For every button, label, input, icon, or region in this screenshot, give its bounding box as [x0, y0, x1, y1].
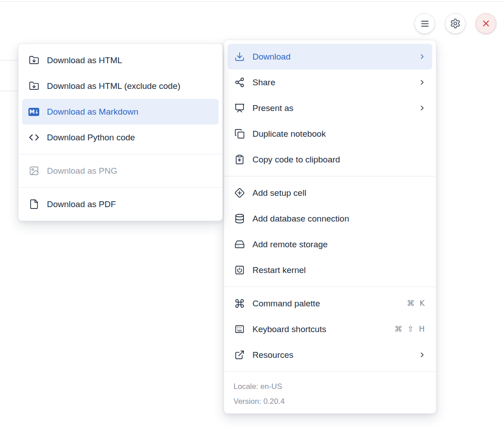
hamburger-icon	[419, 18, 431, 29]
menu-item-add-remote-storage[interactable]: Add remote storage	[228, 231, 432, 257]
menu-item-duplicate-notebook[interactable]: Duplicate notebook	[228, 121, 432, 147]
chevron-right-icon	[418, 351, 426, 359]
clipboard-copy-icon	[234, 154, 245, 165]
page-top-border	[0, 1, 504, 2]
menu-item-share[interactable]: Share	[228, 69, 432, 95]
menu-item-label: Resources	[252, 351, 411, 359]
menu-item-label: Download as PNG	[47, 166, 212, 175]
chevron-right-icon	[418, 104, 426, 112]
menu-item-download-as-png: Download as PNG	[22, 158, 219, 184]
menu-divider	[18, 187, 222, 188]
download-submenu: Download as HTMLDownload as HTML (exclud…	[18, 43, 223, 221]
menu-item-command-palette[interactable]: Command palette⌘ K	[228, 291, 432, 316]
menu-item-label: Download	[252, 52, 411, 61]
power-icon	[234, 265, 245, 276]
markdown-badge: M↓	[28, 108, 39, 116]
menu-item-label: Download as PDF	[47, 200, 212, 208]
presentation-icon	[234, 103, 245, 114]
locale-text: Locale: en-US	[234, 379, 426, 394]
folder-down-icon	[28, 55, 39, 66]
menu-item-label: Copy code to clipboard	[252, 155, 426, 164]
menu-item-add-setup-cell[interactable]: Add setup cell	[228, 180, 432, 206]
database-icon	[234, 213, 245, 224]
notebook-toolbar	[414, 13, 496, 34]
menu-footer: Locale: en-US Version: 0.20.4	[228, 375, 432, 410]
folder-down-icon	[28, 81, 39, 92]
menu-item-label: Add database connection	[252, 214, 426, 223]
menu-item-download-as-html-exclude-code[interactable]: Download as HTML (exclude code)	[22, 73, 219, 99]
keyboard-icon	[234, 324, 245, 335]
shortcut-hint: ⌘ K	[407, 300, 426, 307]
menu-item-restart-kernel[interactable]: Restart kernel	[228, 257, 432, 283]
menu-divider	[224, 371, 436, 372]
close-button[interactable]	[476, 13, 496, 34]
chevron-right-icon	[418, 53, 426, 60]
code-icon	[28, 132, 39, 143]
menu-item-download-python-code[interactable]: Download Python code	[22, 125, 219, 150]
menu-divider	[18, 154, 222, 154]
diamond-plus-icon	[234, 188, 245, 199]
menu-button[interactable]	[414, 13, 435, 34]
menu-item-label: Present as	[252, 104, 411, 112]
image-icon	[28, 166, 39, 176]
menu-divider	[224, 176, 436, 176]
menu-item-resources[interactable]: Resources	[228, 342, 432, 368]
menu-item-label: Download as HTML	[47, 56, 212, 65]
chevron-right-icon	[418, 79, 426, 86]
share-icon	[234, 77, 245, 88]
menu-item-label: Command palette	[252, 299, 399, 308]
background-panel-border-bottom	[0, 91, 18, 91]
menu-item-label: Add setup cell	[252, 189, 426, 197]
menu-item-add-database-connection[interactable]: Add database connection	[228, 206, 432, 231]
menu-item-download-as-html[interactable]: Download as HTML	[22, 47, 219, 73]
menu-item-download[interactable]: Download	[228, 44, 432, 69]
external-link-icon	[234, 350, 245, 361]
menu-item-download-as-markdown[interactable]: M↓Download as Markdown	[22, 99, 219, 125]
menu-item-copy-code-to-clipboard[interactable]: Copy code to clipboard	[228, 147, 432, 172]
menu-sections: DownloadSharePresent asDuplicate noteboo…	[228, 44, 432, 368]
markdown-badge-icon: M↓	[28, 106, 39, 117]
notebook-actions-menu: DownloadSharePresent asDuplicate noteboo…	[224, 40, 436, 414]
gear-icon	[450, 18, 461, 29]
menu-item-label: Restart kernel	[252, 266, 426, 274]
menu-item-label: Download as Markdown	[47, 107, 212, 116]
menu-sections: Download as HTMLDownload as HTML (exclud…	[22, 47, 219, 217]
menu-item-label: Download Python code	[47, 133, 212, 142]
menu-item-download-as-pdf[interactable]: Download as PDF	[22, 191, 219, 217]
menu-divider	[224, 287, 436, 287]
menu-item-keyboard-shortcuts[interactable]: Keyboard shortcuts⌘ ⇧ H	[228, 316, 432, 342]
hard-drive-icon	[234, 239, 245, 250]
background-panel-border-top	[0, 60, 18, 60]
duplicate-icon	[234, 129, 245, 139]
menu-item-label: Add remote storage	[252, 240, 426, 249]
version-text: Version: 0.20.4	[234, 394, 426, 409]
close-icon	[481, 18, 491, 28]
command-icon	[234, 298, 245, 309]
menu-item-present-as[interactable]: Present as	[228, 95, 432, 121]
menu-item-label: Share	[252, 78, 411, 87]
file-icon	[28, 199, 39, 210]
menu-item-label: Duplicate notebook	[252, 130, 426, 138]
menu-item-label: Keyboard shortcuts	[252, 325, 387, 333]
shortcut-hint: ⌘ ⇧ H	[394, 325, 426, 333]
download-icon	[234, 51, 245, 62]
settings-button[interactable]	[445, 13, 466, 34]
menu-item-label: Download as HTML (exclude code)	[47, 82, 212, 90]
